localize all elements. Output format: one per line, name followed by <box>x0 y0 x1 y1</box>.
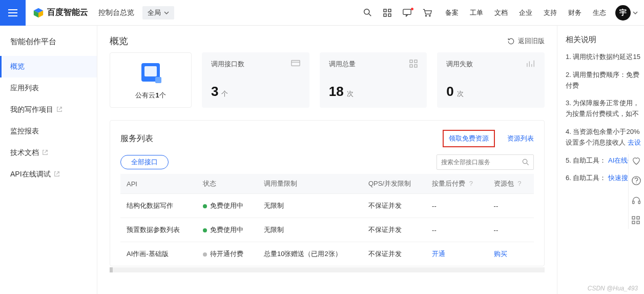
horizontal-scrollbar[interactable] <box>110 267 545 272</box>
note-item: 4. 当资源包余量小于20%设置多个消息接收人 去设 <box>566 127 644 148</box>
headset-icon[interactable] <box>632 196 641 207</box>
chevron-down-icon <box>164 11 169 14</box>
svg-rect-30 <box>632 217 635 219</box>
sidebar-item-label: 应用列表 <box>10 84 39 93</box>
resource-list-link[interactable]: 资源列表 <box>507 134 534 143</box>
api-pack: -- <box>488 218 534 242</box>
cloud-summary-label: 公有云1个 <box>135 91 165 100</box>
note-item: 3. 为保障服务正常使用，为按量后付费模式，如不 <box>566 98 644 120</box>
sidebar-item[interactable]: API在线调试 <box>0 164 97 185</box>
sidebar-item-label: 我的写作项目 <box>10 105 53 114</box>
search-icon <box>522 159 529 166</box>
svg-rect-22 <box>410 65 412 67</box>
sidebar-item[interactable]: 监控报表 <box>0 121 97 142</box>
sidebar-item[interactable]: 应用列表 <box>0 77 97 99</box>
sidebar-item-label: 技术文档 <box>10 148 39 158</box>
pack-link[interactable]: 购买 <box>494 250 507 258</box>
note-item: 1. 调用统计数据约延迟15 <box>566 52 644 63</box>
api-table: API状态调用量限制QPS/并发限制按量后付费 ?资源包 ? 结构化数据写作免费… <box>120 174 534 266</box>
sidebar-item[interactable]: 我的写作项目 <box>0 99 97 121</box>
question-icon[interactable]: ? <box>517 180 521 187</box>
metric-value: 18次 <box>329 84 418 100</box>
table-header: 资源包 ? <box>488 174 534 194</box>
brand-logo[interactable]: 百度智能云 <box>33 7 88 18</box>
svg-rect-23 <box>414 65 417 67</box>
sidebar-item[interactable]: 技术文档 <box>0 142 97 164</box>
top-bar: 百度智能云 控制台总览 全局 备案 工单 文档 企业 支持 财务 生态 宇 <box>0 0 644 26</box>
api-pack: -- <box>488 194 534 218</box>
svg-line-25 <box>527 163 529 165</box>
scope-selector[interactable]: 全局 <box>142 6 174 19</box>
svg-rect-12 <box>403 9 411 14</box>
search-input[interactable] <box>441 159 522 166</box>
grid-icon[interactable] <box>632 216 641 226</box>
top-link[interactable]: 支持 <box>544 8 557 17</box>
api-name: 结构化数据写作 <box>120 194 197 218</box>
svg-rect-31 <box>637 217 639 219</box>
svg-rect-20 <box>410 60 412 63</box>
metric-unit: 次 <box>347 89 354 99</box>
svg-rect-33 <box>637 221 639 224</box>
return-old-version-label: 返回旧版 <box>518 36 545 46</box>
top-link[interactable]: 备案 <box>445 8 459 17</box>
filter-all-button[interactable]: 全部接口 <box>120 155 169 169</box>
note-link[interactable]: 去设 <box>628 139 641 146</box>
search-box[interactable] <box>437 154 534 170</box>
chat-icon[interactable] <box>403 9 411 17</box>
return-old-version-button[interactable]: 返回旧版 <box>507 36 545 46</box>
hamburger-menu-button[interactable] <box>0 0 26 26</box>
api-postpay: -- <box>426 218 488 242</box>
top-link[interactable]: 工单 <box>470 8 483 17</box>
api-qps: 不保证并发 <box>362 194 426 218</box>
api-qps: 不保证并发 <box>362 242 426 266</box>
api-name: 预置数据参数列表 <box>120 218 197 242</box>
svg-point-13 <box>425 15 426 16</box>
svg-line-7 <box>369 14 371 16</box>
api-limit: 无限制 <box>258 218 362 242</box>
top-icon-group <box>363 8 432 17</box>
question-icon[interactable]: ? <box>469 180 473 187</box>
api-limit: 总量10张赠送（已用2张） <box>258 242 362 266</box>
user-menu[interactable]: 宇 <box>606 5 638 21</box>
table-row: 结构化数据写作免费使用中无限制不保证并发---- <box>120 194 534 218</box>
svg-point-14 <box>429 15 430 16</box>
top-link[interactable]: 文档 <box>494 8 508 17</box>
heart-icon[interactable] <box>632 157 641 167</box>
brand-text: 百度智能云 <box>47 7 88 18</box>
menu-icon <box>8 9 18 17</box>
api-postpay: 开通 <box>426 242 488 266</box>
table-header: 按量后付费 ? <box>426 174 488 194</box>
breadcrumb[interactable]: 控制台总览 <box>98 8 134 17</box>
question-icon[interactable] <box>632 176 641 187</box>
metric-title: 调用总量 <box>329 60 356 69</box>
api-pack: 购买 <box>488 242 534 266</box>
svg-rect-11 <box>388 14 391 16</box>
cart-icon[interactable] <box>423 9 432 17</box>
api-name: AI作画-基础版 <box>120 242 197 266</box>
notes-title: 相关说明 <box>566 35 644 45</box>
api-status: 免费使用中 <box>197 194 258 218</box>
sidenav-title: 智能创作平台 <box>0 30 97 56</box>
svg-rect-9 <box>388 9 391 12</box>
external-link-icon <box>42 149 48 157</box>
metric-unit: 次 <box>457 89 464 99</box>
svg-rect-8 <box>384 9 386 12</box>
top-link[interactable]: 生态 <box>593 8 606 17</box>
sidebar-item[interactable]: 概览 <box>0 56 97 77</box>
metric-icon <box>526 60 535 69</box>
top-link[interactable]: 财务 <box>568 8 581 17</box>
svg-rect-10 <box>384 14 386 16</box>
metric-title: 调用接口数 <box>211 60 244 69</box>
table-header: API <box>120 174 197 194</box>
svg-point-6 <box>364 9 369 14</box>
claim-free-resource-link[interactable]: 领取免费资源 <box>443 130 495 147</box>
svg-line-17 <box>56 172 59 174</box>
api-qps: 不保证并发 <box>362 218 426 242</box>
top-link[interactable]: 企业 <box>519 8 532 17</box>
watermark: CSDN @Hua_493 <box>588 285 638 292</box>
search-icon[interactable] <box>363 8 372 17</box>
apps-icon[interactable] <box>383 9 391 17</box>
api-postpay: -- <box>426 194 488 218</box>
table-header: 调用量限制 <box>258 174 362 194</box>
postpay-link[interactable]: 开通 <box>432 250 445 258</box>
